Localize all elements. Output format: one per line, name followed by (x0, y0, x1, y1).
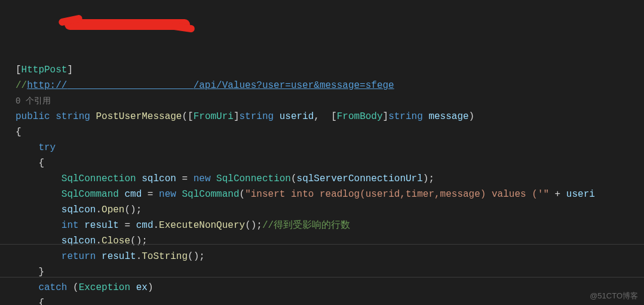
watermark: @51CTO博客 (590, 291, 638, 301)
redaction-mark (65, 19, 190, 30)
codelens-references[interactable]: 0 个引用 (16, 96, 51, 106)
method-name: PostUserMessage (96, 111, 182, 122)
inline-comment: //得到受影响的行数 (262, 220, 350, 231)
attribute: HttpPost (22, 65, 68, 75)
comment-line: // (16, 80, 27, 91)
code-editor[interactable]: [HttpPost] //http:// /api/Values?user=us… (0, 43, 644, 305)
comment-url[interactable]: http:// /api/Values?user=user&message=sf… (27, 80, 394, 91)
